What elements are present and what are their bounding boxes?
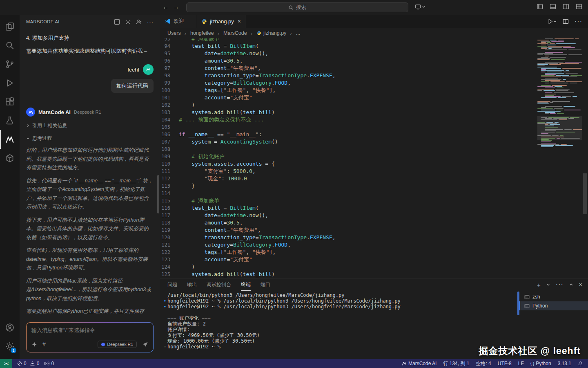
code-line[interactable]: 111 "支付宝": 5000.0, xyxy=(160,168,535,175)
code-line[interactable]: 122 tags=["工作餐", "快餐"], xyxy=(160,249,535,256)
run-debug-icon[interactable] xyxy=(0,74,20,92)
package-icon[interactable] xyxy=(0,149,20,168)
code-line[interactable]: 106if __name__ == "__main__": xyxy=(160,131,535,138)
run-file-icon[interactable] xyxy=(547,18,557,25)
code-line[interactable]: 96 amount=30.5, xyxy=(160,57,535,65)
code-line[interactable]: 114 xyxy=(160,190,535,197)
cursor-position[interactable]: 行 134, 列 1 xyxy=(443,360,469,367)
language-mode[interactable]: { } Python xyxy=(530,361,551,366)
breadcrumb-item[interactable]: ... xyxy=(288,30,300,36)
code-line[interactable]: 105 xyxy=(160,123,535,131)
sidebar-scrollbar[interactable] xyxy=(157,175,159,213)
code-line[interactable]: 95 date=datetime.now(), xyxy=(160,50,535,57)
editor-scrollbar[interactable] xyxy=(582,38,588,278)
remote-indicator[interactable]: >< xyxy=(0,359,12,368)
thinking-fold[interactable]: 思考过程 xyxy=(26,135,154,142)
maximize-panel-icon[interactable] xyxy=(569,283,573,287)
more-actions-icon[interactable]: ··· xyxy=(147,19,154,25)
terminal-output[interactable]: /usr/local/bin/python3 /Users/hongfeilee… xyxy=(160,291,519,359)
terminal-item-python[interactable]: Python xyxy=(519,301,588,310)
code-line[interactable]: 118 amount=30.5, xyxy=(160,219,535,227)
settings-gear-icon[interactable]: 1 xyxy=(0,337,20,356)
marscode-ai-icon[interactable] xyxy=(0,130,20,149)
code-line[interactable]: 120 transaction_type=TransactionType.EXP… xyxy=(160,234,535,241)
code-line[interactable]: 94 test_bill = BillItem( xyxy=(160,43,535,50)
user-message-bubble[interactable]: 如何运行代码 xyxy=(111,79,154,93)
send-icon[interactable] xyxy=(142,341,148,348)
eol[interactable]: LF xyxy=(518,361,524,366)
editor-more-icon[interactable]: ··· xyxy=(575,18,582,25)
split-editor-icon[interactable] xyxy=(563,18,569,25)
code-line[interactable]: 121 category=BillCategory.FOOD, xyxy=(160,241,535,249)
encoding[interactable]: UTF-8 xyxy=(498,361,512,366)
extensions-icon[interactable] xyxy=(0,92,20,111)
code-line[interactable]: 116 test_bill = BillItem( xyxy=(160,204,535,212)
chat-input[interactable]: 输入消息或者"/"来选择指令 # Deepseek R1 xyxy=(27,323,153,352)
code-line[interactable]: 107 system = AccountingSystem() xyxy=(160,138,535,146)
code-line[interactable]: 104# ... 前面的类定义保持不变 ... xyxy=(160,116,535,123)
tab-debug-console[interactable]: 调试控制台 xyxy=(207,278,231,291)
minimap-slider[interactable] xyxy=(537,116,582,140)
back-icon[interactable]: ← xyxy=(163,3,169,10)
new-chat-icon[interactable] xyxy=(114,19,120,25)
tab-terminal[interactable]: 终端 xyxy=(241,278,251,291)
code-line[interactable]: 113 } xyxy=(160,182,535,190)
ports-status[interactable]: 0 xyxy=(44,361,54,366)
code-line[interactable]: 108 xyxy=(160,146,535,153)
search-input[interactable]: 搜索 xyxy=(186,2,408,12)
source-control-icon[interactable] xyxy=(0,55,20,74)
code-line[interactable]: 102 ) xyxy=(160,101,535,109)
code-line[interactable]: 117 date=datetime.now(), xyxy=(160,212,535,219)
editor-scrollbar-thumb[interactable] xyxy=(583,173,587,214)
terminal-item-zsh[interactable]: zsh xyxy=(519,292,588,301)
tab-ports[interactable]: 端口 xyxy=(261,278,270,291)
code-line[interactable]: 97 content="午餐费用", xyxy=(160,65,535,72)
close-tab-icon[interactable]: × xyxy=(238,18,241,25)
code-line[interactable]: 109 # 初始化账户 xyxy=(160,153,535,160)
skills-sparkle-icon[interactable] xyxy=(31,341,37,347)
testing-flask-icon[interactable] xyxy=(0,111,20,130)
account-icon[interactable] xyxy=(0,318,20,337)
breadcrumb-item[interactable]: hongfeilee xyxy=(183,30,214,36)
problems-status[interactable]: 0 0 xyxy=(17,361,39,366)
tab-welcome[interactable]: 欢迎 × xyxy=(160,15,196,28)
close-panel-icon[interactable]: × xyxy=(579,281,582,288)
search-sidebar-icon[interactable] xyxy=(0,36,20,55)
code-line[interactable]: 110 system.assets.accounts = { xyxy=(160,160,535,168)
context-hash-icon[interactable]: # xyxy=(42,341,46,348)
toggle-secondary-sidebar-icon[interactable] xyxy=(563,3,569,10)
profile-icon[interactable] xyxy=(136,19,142,25)
marscode-status[interactable]: MarsCode AI xyxy=(402,361,437,366)
code-line[interactable]: 125 system.add_bill(test_bill) xyxy=(160,271,535,278)
toggle-panel-icon[interactable] xyxy=(550,3,556,10)
code-line[interactable]: 101 account="支付宝" xyxy=(160,94,535,101)
code-line[interactable]: 100 tags=["工作餐", "快餐"], xyxy=(160,87,535,94)
notifications-bell-icon[interactable] xyxy=(578,361,583,366)
model-selector[interactable]: Deepseek R1 xyxy=(98,341,137,348)
terminal-profile-chevron-icon[interactable] xyxy=(546,283,550,287)
python-version[interactable]: 3.13.1 xyxy=(558,361,571,366)
tab-jizhang[interactable]: jizhang.py × xyxy=(196,15,246,28)
code-line[interactable]: 123 account="支付宝" xyxy=(160,256,535,263)
customize-layout-icon[interactable] xyxy=(576,3,582,10)
panel-more-icon[interactable]: ··· xyxy=(556,281,564,288)
breadcrumb-item-file[interactable]: jizhang.py xyxy=(249,30,287,36)
reference-fold[interactable]: 引用 1 相关信息 xyxy=(26,122,154,129)
tab-output[interactable]: 输出 xyxy=(187,278,197,291)
remote-window-icon[interactable] xyxy=(415,4,425,10)
indentation[interactable]: 空格: 4 xyxy=(476,360,491,367)
code-line[interactable]: 93 # 添加账单 xyxy=(160,38,535,43)
code-line[interactable]: 99 category=BillCategory.FOOD, xyxy=(160,79,535,87)
explorer-icon[interactable] xyxy=(0,17,20,36)
code-line[interactable]: 115 # 添加账单 xyxy=(160,197,535,204)
code-line[interactable]: 103 system.add_bill(test_bill) xyxy=(160,109,535,116)
terminal-scrollbar[interactable] xyxy=(517,292,519,315)
chat-settings-icon[interactable] xyxy=(125,19,131,25)
code-line[interactable]: 124 ) xyxy=(160,263,535,271)
code-line[interactable]: 98 transaction_type=TransactionType.EXPE… xyxy=(160,72,535,79)
new-terminal-icon[interactable]: + xyxy=(537,281,541,288)
breadcrumb-item[interactable]: MarsCode xyxy=(216,30,247,36)
code-line[interactable]: 112 "现金": 1000.0 xyxy=(160,175,535,182)
breadcrumb-item[interactable]: Users xyxy=(167,30,181,36)
toggle-sidebar-icon[interactable] xyxy=(537,3,543,10)
